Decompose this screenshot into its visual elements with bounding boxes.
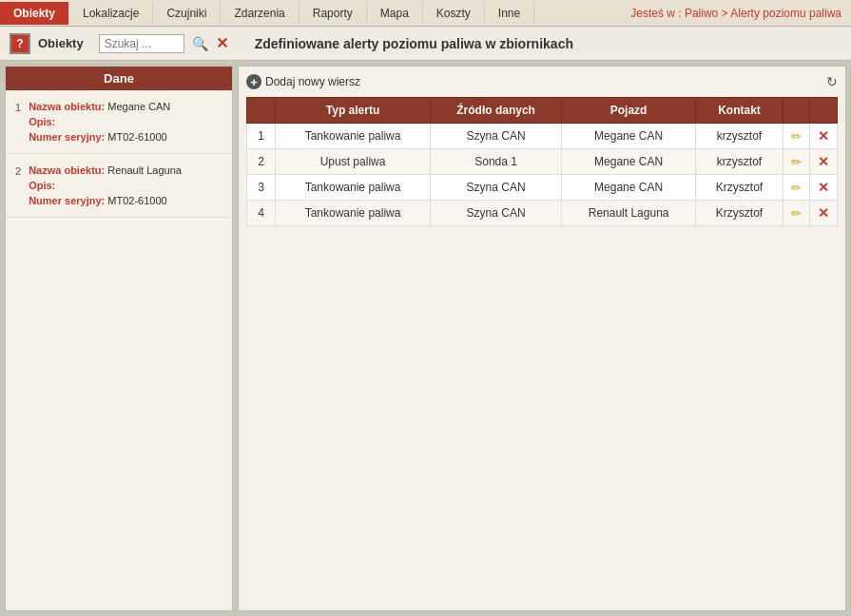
cell-zrodlo: Szyna CAN — [431, 175, 562, 201]
delete-button[interactable]: ✕ — [818, 180, 829, 195]
edit-button[interactable]: ✏ — [791, 129, 802, 144]
delete-button[interactable]: ✕ — [818, 154, 829, 169]
col-delete — [810, 98, 838, 124]
item-content: Nazwa obiektu: Renault Laguna Opis: Nume… — [29, 164, 222, 209]
add-row-label: Dodaj nowy wiersz — [265, 75, 360, 88]
page-header: ? Obiekty 🔍 ✕ Zdefiniowane alerty poziom… — [0, 27, 851, 61]
edit-button[interactable]: ✏ — [791, 206, 802, 221]
item-desc-row: Opis: — [29, 179, 222, 192]
item-desc-row: Opis: — [29, 115, 222, 128]
edit-cell[interactable]: ✏ — [783, 201, 810, 226]
row-number: 4 — [247, 201, 276, 226]
delete-button[interactable]: ✕ — [818, 128, 829, 144]
table-row: 3 Tankowanie paliwa Szyna CAN Megane CAN… — [247, 175, 838, 201]
nav-item-koszty[interactable]: Koszty — [423, 2, 485, 25]
row-number: 2 — [247, 149, 276, 175]
cell-zrodlo: Szyna CAN — [431, 124, 562, 149]
edit-button[interactable]: ✏ — [791, 181, 802, 195]
left-panel-header: Dane — [6, 67, 232, 90]
table-row: 2 Upust paliwa Sonda 1 Megane CAN krzysz… — [247, 149, 838, 175]
page-title: Zdefiniowane alerty poziomu paliwa w zbi… — [255, 36, 573, 51]
cell-typ: Upust paliwa — [276, 149, 431, 175]
cell-pojazd: Megane CAN — [562, 149, 696, 175]
nav-item-lokalizacje[interactable]: Lokalizacje — [69, 2, 153, 25]
col-num — [247, 98, 276, 124]
cell-kontakt: Krzysztof — [696, 201, 783, 226]
cell-zrodlo: Szyna CAN — [431, 201, 562, 226]
item-serial-row: Numer seryjny: MT02-61000 — [29, 130, 222, 144]
name-value: Renault Laguna — [107, 164, 182, 176]
nav-item-raporty[interactable]: Raporty — [300, 2, 367, 25]
nav-item-mapa[interactable]: Mapa — [367, 2, 423, 25]
edit-cell[interactable]: ✏ — [783, 175, 810, 201]
table-row: 4 Tankowanie paliwa Szyna CAN Renault La… — [247, 201, 838, 226]
add-row-button[interactable]: + Dodaj nowy wiersz — [246, 74, 360, 89]
delete-cell[interactable]: ✕ — [810, 201, 838, 226]
main-content: Dane 1 Nazwa obiektu: Megane CAN Opis: N… — [0, 61, 851, 616]
serial-label: Numer seryjny: — [29, 131, 107, 143]
serial-value: MT02-61000 — [107, 131, 166, 143]
name-label: Nazwa obiektu: — [29, 164, 107, 176]
right-panel: + Dodaj nowy wiersz ↻ Typ alertu Źródło … — [238, 66, 846, 611]
alerts-table: Typ alertu Źródło danych Pojazd Kontakt … — [246, 97, 838, 226]
col-kontakt: Kontakt — [696, 98, 783, 124]
item-name-row: Nazwa obiektu: Megane CAN — [29, 100, 222, 113]
breadcrumb: Jesteś w : Paliwo > Alerty poziomu paliw… — [630, 7, 851, 20]
nav-item-inne[interactable]: Inne — [485, 2, 534, 25]
desc-label: Opis: — [29, 116, 55, 127]
item-number: 1 — [15, 100, 21, 113]
desc-label: Opis: — [29, 180, 55, 191]
add-row-bar: + Dodaj nowy wiersz ↻ — [246, 74, 838, 89]
help-icon: ? — [10, 33, 30, 54]
serial-label: Numer seryjny: — [29, 195, 107, 206]
search-button[interactable]: 🔍 — [192, 36, 208, 51]
edit-cell[interactable]: ✏ — [783, 149, 810, 175]
left-panel-items: 1 Nazwa obiektu: Megane CAN Opis: Numer … — [6, 90, 232, 610]
delete-cell[interactable]: ✕ — [810, 175, 838, 201]
edit-button[interactable]: ✏ — [791, 155, 802, 169]
row-number: 3 — [247, 175, 276, 201]
nav-item-zdarzenia[interactable]: Zdarzenia — [221, 2, 299, 25]
close-button[interactable]: ✕ — [216, 34, 228, 52]
delete-cell[interactable]: ✕ — [810, 149, 838, 175]
table-row: 1 Tankowanie paliwa Szyna CAN Megane CAN… — [247, 124, 838, 149]
name-label: Nazwa obiektu: — [29, 101, 107, 112]
cell-kontakt: krzysztof — [696, 149, 783, 175]
section-title: Obiekty — [38, 36, 84, 50]
row-number: 1 — [247, 124, 276, 149]
cell-typ: Tankowanie paliwa — [276, 124, 431, 149]
edit-cell[interactable]: ✏ — [783, 124, 810, 149]
cell-kontakt: krzysztof — [696, 124, 783, 149]
item-number: 2 — [15, 164, 21, 177]
search-input[interactable] — [99, 34, 184, 53]
delete-cell[interactable]: ✕ — [810, 124, 838, 149]
cell-pojazd: Megane CAN — [562, 124, 696, 149]
col-zrodlo: Źródło danych — [431, 98, 562, 124]
serial-value: MT02-61000 — [107, 195, 166, 206]
cell-typ: Tankowanie paliwa — [276, 201, 431, 226]
item-name-row: Nazwa obiektu: Renault Laguna — [29, 164, 222, 177]
left-panel: Dane 1 Nazwa obiektu: Megane CAN Opis: N… — [5, 66, 233, 611]
item-content: Nazwa obiektu: Megane CAN Opis: Numer se… — [29, 100, 222, 145]
cell-pojazd: Megane CAN — [562, 175, 696, 201]
list-item[interactable]: 1 Nazwa obiektu: Megane CAN Opis: Numer … — [6, 90, 232, 154]
list-item[interactable]: 2 Nazwa obiektu: Renault Laguna Opis: Nu… — [6, 154, 232, 218]
cell-typ: Tankowanie paliwa — [276, 175, 431, 201]
refresh-button[interactable]: ↻ — [826, 74, 838, 89]
cell-zrodlo: Sonda 1 — [431, 149, 562, 175]
top-navigation: Obiekty Lokalizacje Czujniki Zdarzenia R… — [0, 0, 851, 27]
col-edit — [783, 98, 810, 124]
delete-button[interactable]: ✕ — [818, 205, 829, 221]
plus-icon: + — [246, 74, 261, 89]
col-pojazd: Pojazd — [562, 98, 696, 124]
col-typ: Typ alertu — [276, 98, 431, 124]
name-value: Megane CAN — [107, 101, 170, 112]
cell-kontakt: Krzysztof — [696, 175, 783, 201]
cell-pojazd: Renault Laguna — [562, 201, 696, 226]
item-serial-row: Numer seryjny: MT02-61000 — [29, 194, 222, 207]
nav-item-obiekty[interactable]: Obiekty — [0, 2, 69, 25]
nav-item-czujniki[interactable]: Czujniki — [153, 2, 221, 25]
